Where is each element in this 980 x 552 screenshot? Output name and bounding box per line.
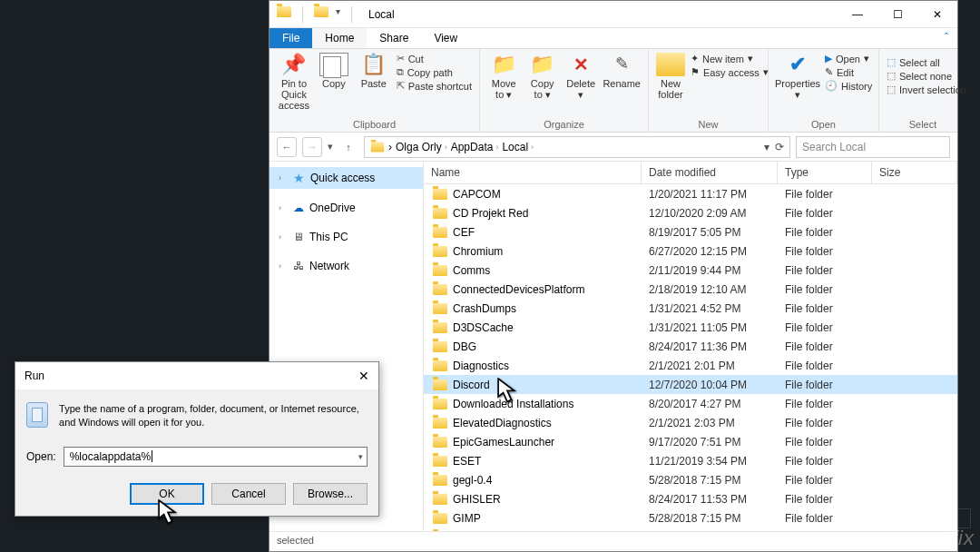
file-date: 8/24/2017 11:36 PM bbox=[642, 340, 778, 353]
folder-icon bbox=[433, 284, 447, 295]
file-row[interactable]: DBG8/24/2017 11:36 PMFile folder bbox=[424, 337, 957, 356]
file-row[interactable]: Discord12/7/2020 10:04 PMFile folder bbox=[424, 375, 957, 394]
cut-button[interactable]: ✂Cut bbox=[397, 53, 472, 64]
maximize-button[interactable]: ☐ bbox=[877, 1, 917, 28]
easy-access-button[interactable]: ⚑Easy access ▾ bbox=[691, 66, 769, 78]
file-row[interactable]: GIMP5/28/2018 7:15 PMFile folder bbox=[424, 508, 957, 527]
new-item-button[interactable]: ✦New item ▾ bbox=[691, 53, 769, 64]
file-row[interactable]: EpicGamesLauncher9/17/2020 7:51 PMFile f… bbox=[424, 432, 957, 451]
breadcrumb-item[interactable]: AppData› bbox=[451, 141, 499, 153]
close-button[interactable]: ✕ bbox=[917, 1, 957, 28]
file-list-pane: Name Date modified Type Size CAPCOM1/20/… bbox=[424, 162, 957, 531]
file-date: 1/31/2021 4:52 PM bbox=[642, 302, 778, 315]
new-folder-button[interactable]: New folder bbox=[656, 53, 685, 100]
properties-button[interactable]: ✔Properties ▾ bbox=[776, 53, 819, 100]
file-row[interactable]: Comms2/11/2019 9:44 PMFile folder bbox=[424, 261, 957, 280]
forward-button[interactable]: → bbox=[302, 137, 322, 157]
file-row[interactable]: Chromium6/27/2020 12:15 PMFile folder bbox=[424, 242, 957, 261]
delete-button[interactable]: ✕Delete ▾ bbox=[564, 53, 597, 100]
folder-icon bbox=[433, 380, 447, 390]
file-name: gegl-0.4 bbox=[453, 474, 492, 487]
tab-view[interactable]: View bbox=[421, 28, 470, 48]
file-row[interactable]: CEF8/19/2017 5:05 PMFile folder bbox=[424, 222, 957, 242]
file-name: Chromium bbox=[453, 245, 503, 258]
file-row[interactable]: ESET11/21/2019 3:54 PMFile folder bbox=[424, 451, 957, 470]
nav-this-pc[interactable]: ›🖥This PC bbox=[270, 227, 423, 247]
file-name: D3DSCache bbox=[453, 321, 514, 334]
ok-button[interactable]: OK bbox=[130, 483, 204, 505]
file-type: File folder bbox=[778, 474, 872, 487]
tab-home[interactable]: Home bbox=[312, 28, 367, 48]
file-type: File folder bbox=[778, 226, 872, 239]
up-button[interactable]: ↑ bbox=[338, 137, 358, 157]
file-type: File folder bbox=[778, 436, 872, 448]
tab-share[interactable]: Share bbox=[367, 28, 421, 48]
paste-button[interactable]: 📋Paste bbox=[357, 53, 391, 89]
nav-network[interactable]: ›🖧Network bbox=[270, 256, 423, 276]
browse-button[interactable]: Browse... bbox=[293, 483, 368, 505]
select-all-button[interactable]: ⬚Select all bbox=[887, 56, 959, 68]
qat-dropdown-icon[interactable]: ▾ bbox=[336, 6, 340, 23]
ribbon-collapse-icon[interactable]: ˆ bbox=[936, 28, 957, 48]
file-type: File folder bbox=[778, 302, 872, 315]
file-row[interactable]: CAPCOM1/20/2021 11:17 PMFile folder bbox=[424, 184, 957, 203]
move-to-button[interactable]: 📁Move to ▾ bbox=[487, 53, 520, 100]
open-button[interactable]: ▶Open ▾ bbox=[825, 53, 872, 64]
qat-icon[interactable] bbox=[314, 6, 328, 17]
folder-icon bbox=[433, 208, 447, 219]
back-button[interactable]: ← bbox=[277, 137, 297, 157]
breadcrumb-bar[interactable]: › Olga Orly› AppData› Local› ▾ ⟳ bbox=[364, 136, 790, 158]
file-row[interactable]: ConnectedDevicesPlatform2/18/2019 12:10 … bbox=[424, 280, 957, 299]
file-row[interactable]: gegl-0.45/28/2018 7:15 PMFile folder bbox=[424, 470, 957, 489]
address-bar: ← → ▾ ↑ › Olga Orly› AppData› Local› ▾ ⟳… bbox=[270, 133, 957, 162]
invert-selection-button[interactable]: ⬚Invert selection bbox=[887, 84, 959, 95]
file-row[interactable]: GHISLER8/24/2017 11:53 PMFile folder bbox=[424, 489, 957, 508]
run-input[interactable]: %localappdata% ▾ bbox=[64, 447, 368, 467]
status-bar: selected bbox=[270, 531, 957, 551]
file-date: 6/27/2020 12:15 PM bbox=[642, 245, 778, 258]
address-dropdown-icon[interactable]: ▾ bbox=[764, 141, 769, 153]
search-input[interactable]: Search Local bbox=[796, 136, 950, 158]
window-title: Local bbox=[363, 8, 395, 21]
file-type: File folder bbox=[778, 321, 872, 334]
run-description: Type the name of a program, folder, docu… bbox=[59, 402, 368, 430]
file-row[interactable]: Diagnostics2/1/2021 2:01 PMFile folder bbox=[424, 356, 957, 375]
folder-icon bbox=[433, 189, 447, 200]
breadcrumb-item[interactable]: Olga Orly› bbox=[396, 141, 447, 153]
edit-button[interactable]: ✎Edit bbox=[825, 66, 872, 78]
file-date: 2/1/2021 2:01 PM bbox=[642, 360, 778, 372]
file-date: 9/17/2020 7:51 PM bbox=[642, 436, 778, 448]
folder-icon bbox=[433, 246, 447, 257]
rename-button[interactable]: ✎Rename bbox=[603, 53, 641, 89]
nav-quick-access[interactable]: ›★Quick access bbox=[270, 167, 423, 189]
file-row[interactable]: CD Projekt Red12/10/2020 2:09 AMFile fol… bbox=[424, 203, 957, 222]
run-dropdown-icon[interactable]: ▾ bbox=[358, 452, 363, 461]
copy-path-button[interactable]: ⧉Copy path bbox=[397, 66, 472, 78]
breadcrumb-item[interactable]: Local› bbox=[502, 141, 534, 153]
file-name: ESET bbox=[453, 455, 481, 468]
refresh-button[interactable]: ⟳ bbox=[775, 141, 784, 153]
history-button[interactable]: 🕘History bbox=[825, 80, 872, 92]
paste-shortcut-button[interactable]: ⇱Paste shortcut bbox=[397, 80, 472, 92]
file-row[interactable]: D3DSCache1/31/2021 11:05 PMFile folder bbox=[424, 318, 957, 337]
nav-onedrive[interactable]: ›☁OneDrive bbox=[270, 198, 423, 218]
cancel-button[interactable]: Cancel bbox=[211, 483, 286, 505]
tab-file[interactable]: File bbox=[270, 28, 312, 48]
select-none-button[interactable]: ⬚Select none bbox=[887, 70, 959, 82]
file-type: File folder bbox=[778, 360, 872, 372]
file-date: 1/31/2021 11:05 PM bbox=[642, 321, 778, 334]
pin-quick-access-button[interactable]: 📌Pin to Quick access bbox=[277, 53, 311, 111]
file-date: 2/18/2019 12:10 AM bbox=[642, 283, 778, 296]
file-row[interactable]: Downloaded Installations8/20/2017 4:27 P… bbox=[424, 394, 957, 413]
file-name: Downloaded Installations bbox=[453, 398, 573, 410]
run-close-button[interactable]: ✕ bbox=[358, 369, 369, 383]
column-headers[interactable]: Name Date modified Type Size bbox=[424, 162, 957, 184]
copy-button[interactable]: Copy bbox=[317, 53, 351, 89]
file-row[interactable]: ElevatedDiagnostics2/1/2021 2:03 PMFile … bbox=[424, 413, 957, 432]
recent-locations-icon[interactable]: ▾ bbox=[328, 141, 333, 153]
file-type: File folder bbox=[778, 455, 872, 468]
copy-to-button[interactable]: 📁Copy to ▾ bbox=[525, 53, 558, 100]
minimize-button[interactable]: — bbox=[838, 1, 877, 28]
file-row[interactable]: CrashDumps1/31/2021 4:52 PMFile folder bbox=[424, 299, 957, 318]
file-date: 5/28/2018 7:15 PM bbox=[642, 474, 778, 487]
